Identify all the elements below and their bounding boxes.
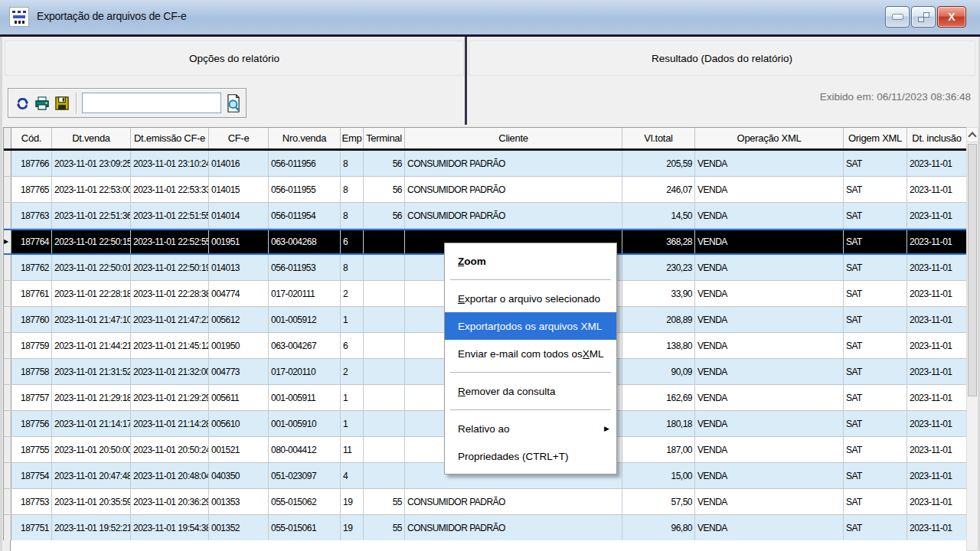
toolbar-separator (76, 93, 77, 114)
table-cell: 005612 (209, 307, 269, 332)
table-cell: 2023-11-01 20:36:29 (131, 489, 209, 514)
table-cell: VENDA (695, 230, 844, 253)
header-cell[interactable]: Origem XML (844, 128, 907, 148)
row-gutter (4, 255, 11, 280)
table-cell: VENDA (695, 203, 844, 228)
grid-header: Cód.Dt.vendaDt.emissão CF-eCF-eNro.venda… (4, 128, 967, 151)
table-cell: 14,50 (622, 203, 695, 228)
header-cell[interactable]: Cód. (11, 128, 52, 148)
table-row[interactable]: 1877532023-11-01 20:35:592023-11-01 20:3… (4, 489, 967, 515)
table-cell: 187763 (11, 203, 52, 228)
header-cell[interactable]: Cliente (405, 128, 622, 148)
table-cell: SAT (844, 177, 907, 202)
table-cell: 063-004267 (269, 333, 341, 358)
table-cell: 2023-11-01 21:47:10 (52, 307, 131, 332)
table-cell: SAT (844, 151, 907, 176)
table-cell: SAT (844, 333, 907, 358)
header-cell[interactable]: Dt.emissão CF-e (131, 128, 209, 148)
table-cell: 56 (364, 177, 405, 202)
save-button[interactable] (53, 93, 71, 113)
refresh-button[interactable] (13, 93, 31, 113)
search-input[interactable] (82, 93, 221, 113)
table-cell: CONSUMIDOR PADRÃO (405, 177, 622, 202)
table-cell: 2023-11-01 22:28:18 (52, 281, 131, 306)
header-cell[interactable]: Operação XML (695, 128, 844, 148)
restore-button[interactable] (911, 6, 936, 28)
table-cell: 8 (341, 203, 364, 228)
header-cell[interactable]: CF-e (209, 128, 269, 148)
table-cell: 208,89 (622, 307, 695, 332)
table-cell: SAT (844, 307, 907, 332)
header-cell[interactable]: Vl.total (622, 128, 695, 148)
table-row[interactable]: 1877652023-11-01 22:53:002023-11-01 22:5… (4, 177, 967, 203)
preview-button[interactable] (224, 93, 243, 113)
table-cell: 187764 (11, 230, 52, 253)
scroll-up-button[interactable] (967, 128, 978, 142)
table-cell: 187754 (11, 463, 52, 488)
table-cell: 187755 (11, 437, 52, 462)
row-gutter (4, 359, 11, 384)
row-gutter (3, 540, 11, 551)
table-cell (364, 359, 405, 384)
table-row[interactable]: 1877662023-11-01 23:09:252023-11-01 23:1… (4, 151, 967, 177)
minimize-icon (892, 14, 903, 20)
table-cell: 2023-11-01 21:45:12 (131, 333, 209, 358)
menu-item[interactable]: Enviar e-mail com todos os XML (445, 340, 616, 367)
table-cell: SAT (844, 281, 907, 306)
table-cell: 2023-11-01 19:52:21 (52, 515, 131, 540)
toolbar (8, 88, 247, 118)
row-gutter (4, 307, 11, 332)
table-cell: 1 (341, 411, 364, 436)
table-row[interactable]: 1877632023-11-01 22:51:362023-11-01 22:5… (4, 203, 967, 229)
window-title: Exportação de arquivos de CF-e (37, 10, 187, 22)
menu-item[interactable]: Relativo ao▶ (445, 415, 616, 442)
table-cell: SAT (844, 385, 907, 410)
print-button[interactable] (33, 93, 51, 113)
table-cell: 001-005912 (269, 307, 341, 332)
table-cell: 19 (341, 515, 364, 540)
table-cell: VENDA (695, 281, 844, 306)
table-cell: SAT (844, 359, 907, 384)
table-cell: 368,28 (622, 230, 695, 253)
scroll-thumb[interactable] (968, 144, 977, 396)
table-cell: 90,09 (622, 359, 695, 384)
menu-item[interactable]: Exportar todos os arquivos XML (445, 312, 616, 340)
table-cell: 001951 (209, 230, 269, 253)
header-cell[interactable]: Dt.venda (52, 128, 131, 148)
vertical-scrollbar[interactable] (966, 127, 978, 551)
table-cell: 017-020111 (269, 281, 341, 306)
menu-item[interactable]: Exportar o arquivo selecionado (445, 285, 616, 312)
tab-results[interactable]: Resultado (Dados do relatório) (469, 41, 975, 76)
header-cell[interactable]: Emp (341, 128, 364, 148)
table-cell: SAT (844, 203, 907, 228)
table-cell: 187751 (11, 515, 52, 540)
table-cell: 056-011956 (269, 151, 341, 176)
table-cell: 187766 (11, 151, 52, 176)
close-button[interactable]: X (937, 6, 966, 28)
header-cell[interactable]: Terminal (364, 128, 405, 148)
menu-item[interactable]: Remover da consulta (445, 377, 616, 405)
table-cell: 2023-11-01 21:44:21 (52, 333, 131, 358)
table-cell: 8 (341, 177, 364, 202)
table-cell: 2 (341, 281, 364, 306)
table-cell (364, 437, 405, 462)
header-cell[interactable]: Dt. inclusão (907, 128, 967, 148)
table-cell: 33,90 (622, 281, 695, 306)
table-row[interactable]: 1877512023-11-01 19:52:212023-11-01 19:5… (4, 515, 967, 541)
header-cell[interactable]: Nro.venda (269, 128, 341, 148)
row-gutter (4, 489, 11, 514)
table-cell: 8 (341, 255, 364, 280)
row-gutter (4, 411, 11, 436)
menu-item[interactable]: Zoom (445, 247, 616, 275)
minimize-button[interactable] (885, 6, 910, 28)
table-cell: 2023-11-01 22:52:55 (131, 230, 209, 253)
row-gutter (4, 463, 11, 488)
table-cell: 6 (341, 230, 364, 253)
tab-report-options[interactable]: Opções do relatório (5, 41, 464, 76)
menu-item[interactable]: Propriedades (CTRL+T) (445, 442, 616, 470)
row-gutter (4, 203, 11, 228)
table-cell: 2023-11-01 21:14:28 (131, 411, 209, 436)
table-cell: 001352 (209, 515, 269, 540)
table-cell: 005611 (209, 385, 269, 410)
table-cell: 080-004412 (269, 437, 341, 462)
